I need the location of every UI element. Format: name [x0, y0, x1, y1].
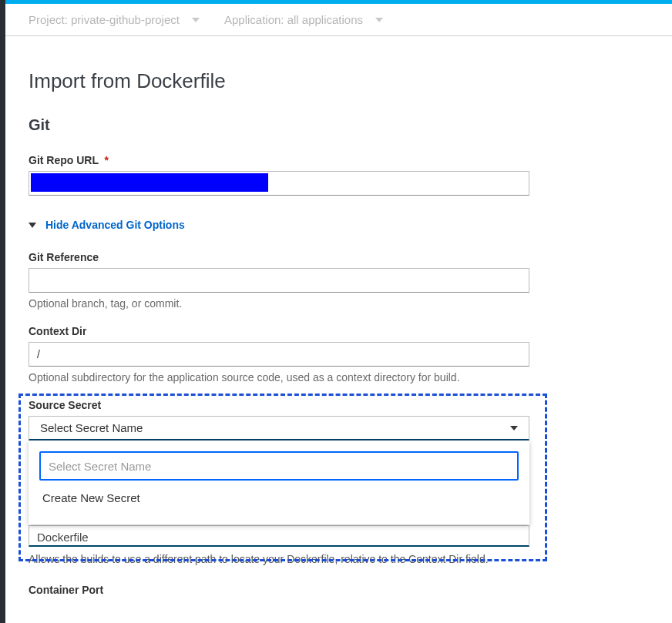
source-secret-label: Source Secret — [29, 399, 649, 411]
dockerfile-path-help: Allows the builds to use a different pat… — [29, 553, 529, 565]
source-secret-group: Source Secret Select Secret Name Create … — [29, 399, 649, 565]
source-secret-search-input[interactable] — [39, 451, 519, 481]
git-reference-input[interactable] — [29, 268, 529, 293]
context-dir-group: Context Dir Optional subdirectory for th… — [29, 325, 649, 384]
dockerfile-path-value: Dockerfile — [37, 531, 89, 544]
chevron-down-icon — [192, 18, 200, 22]
source-secret-select[interactable]: Select Secret Name — [29, 416, 529, 440]
source-secret-select-wrap: Select Secret Name Create New Secret — [29, 416, 529, 440]
chevron-down-icon — [510, 426, 518, 430]
git-repo-url-label: Git Repo URL * — [29, 154, 649, 166]
source-secret-option-create[interactable]: Create New Secret — [39, 481, 519, 507]
project-context-bar: Project: private-github-project Applicat… — [5, 4, 672, 36]
git-repo-url-group: Git Repo URL * — [29, 154, 649, 196]
source-secret-dropdown: Create New Secret — [29, 440, 529, 524]
advanced-git-toggle[interactable]: Hide Advanced Git Options — [29, 219, 649, 231]
chevron-down-icon — [29, 223, 36, 228]
source-secret-selected: Select Secret Name — [40, 421, 143, 434]
git-reference-group: Git Reference Optional branch, tag, or c… — [29, 251, 649, 310]
chevron-down-icon — [375, 18, 383, 22]
advanced-git-toggle-label: Hide Advanced Git Options — [45, 219, 185, 231]
project-selector[interactable]: Project: private-github-project — [29, 13, 200, 26]
dockerfile-path-input[interactable]: Dockerfile — [29, 525, 529, 547]
application-selector[interactable]: Application: all applications — [224, 13, 383, 26]
git-section-title: Git — [29, 116, 649, 134]
container-port-group: Container Port — [29, 584, 649, 596]
git-reference-label: Git Reference — [29, 251, 649, 263]
required-indicator: * — [102, 154, 109, 166]
container-port-label: Container Port — [29, 584, 649, 596]
page-title: Import from Dockerfile — [29, 69, 649, 93]
git-repo-url-input[interactable] — [29, 171, 529, 196]
left-nav-rail — [0, 0, 5, 623]
page-content: Import from Dockerfile Git Git Repo URL … — [5, 37, 672, 623]
context-dir-label: Context Dir — [29, 325, 649, 337]
application-selector-label: Application: all applications — [224, 13, 363, 26]
context-dir-help: Optional subdirectory for the applicatio… — [29, 371, 649, 384]
git-repo-url-selection — [31, 173, 268, 192]
context-dir-input[interactable] — [29, 342, 529, 367]
git-reference-help: Optional branch, tag, or commit. — [29, 297, 649, 310]
project-selector-label: Project: private-github-project — [29, 13, 180, 26]
